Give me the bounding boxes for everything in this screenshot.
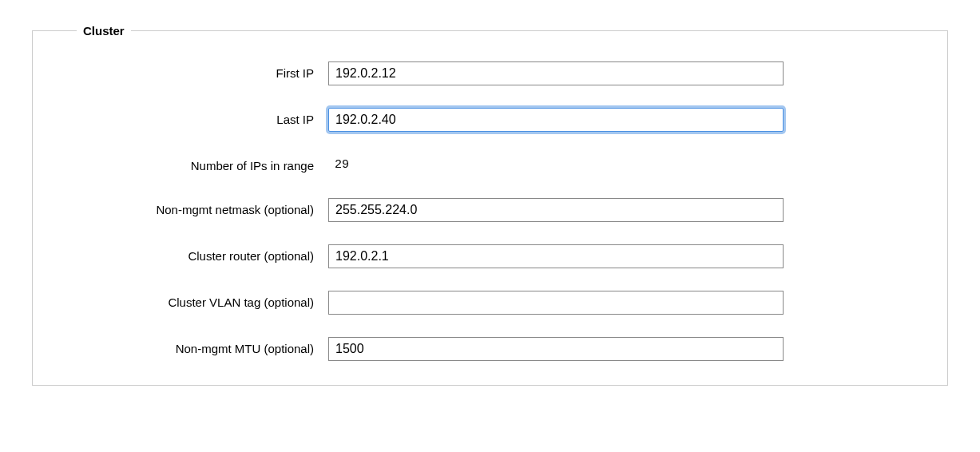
row-ip-count: Number of IPs in range 29 xyxy=(57,154,923,176)
first-ip-input[interactable] xyxy=(328,61,784,85)
row-non-mgmt-mtu: Non-mgmt MTU (optional) xyxy=(57,337,923,361)
cluster-legend: Cluster xyxy=(77,24,131,38)
last-ip-field-cell xyxy=(328,108,784,132)
cluster-router-label: Cluster router (optional) xyxy=(57,244,328,264)
non-mgmt-netmask-input[interactable] xyxy=(328,198,784,222)
cluster-router-input[interactable] xyxy=(328,244,784,268)
row-cluster-vlan-tag: Cluster VLAN tag (optional) xyxy=(57,291,923,315)
last-ip-label: Last IP xyxy=(57,108,328,128)
cluster-fieldset: Cluster First IP Last IP Number of IPs i… xyxy=(32,24,948,386)
ip-count-field-cell: 29 xyxy=(328,154,784,176)
cluster-vlan-tag-label: Cluster VLAN tag (optional) xyxy=(57,291,328,311)
ip-count-label: Number of IPs in range xyxy=(57,154,328,174)
cluster-vlan-tag-field-cell xyxy=(328,291,784,315)
row-first-ip: First IP xyxy=(57,61,923,85)
last-ip-input[interactable] xyxy=(328,108,784,132)
cluster-router-field-cell xyxy=(328,244,784,268)
first-ip-field-cell xyxy=(328,61,784,85)
row-cluster-router: Cluster router (optional) xyxy=(57,244,923,268)
row-last-ip: Last IP xyxy=(57,108,923,132)
ip-count-value: 29 xyxy=(328,154,355,176)
cluster-vlan-tag-input[interactable] xyxy=(328,291,784,315)
non-mgmt-mtu-field-cell xyxy=(328,337,784,361)
non-mgmt-netmask-field-cell xyxy=(328,198,784,222)
non-mgmt-mtu-input[interactable] xyxy=(328,337,784,361)
row-non-mgmt-netmask: Non-mgmt netmask (optional) xyxy=(57,198,923,222)
non-mgmt-mtu-label: Non-mgmt MTU (optional) xyxy=(57,337,328,357)
non-mgmt-netmask-label: Non-mgmt netmask (optional) xyxy=(57,198,328,218)
first-ip-label: First IP xyxy=(57,61,328,81)
